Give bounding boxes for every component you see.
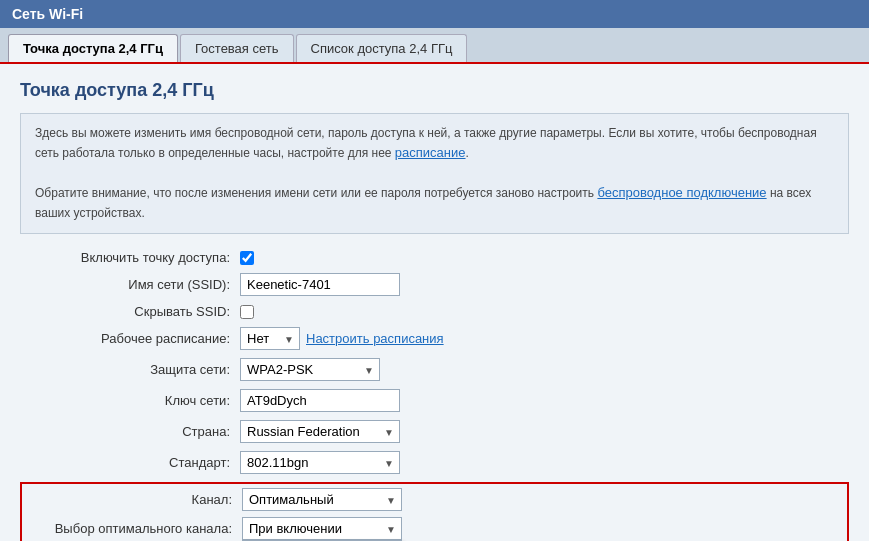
label-ssid: Имя сети (SSID):: [20, 277, 240, 292]
tab-guest[interactable]: Гостевая сеть: [180, 34, 294, 62]
checkbox-hide-ssid[interactable]: [240, 305, 254, 319]
control-ssid: [240, 273, 400, 296]
select-wrapper-standard: 802.11bgn 802.11bg 802.11n ▼: [240, 451, 400, 474]
label-channel: Канал:: [22, 492, 242, 507]
checkbox-enable[interactable]: [240, 251, 254, 265]
control-schedule: Нет ▼ Настроить расписания: [240, 327, 444, 350]
input-ssid[interactable]: [240, 273, 400, 296]
control-optimal-channel: При включении Каждые 6 часов Каждые 12 ч…: [242, 517, 402, 540]
info-box: Здесь вы можете изменить имя беспроводно…: [20, 113, 849, 234]
control-key: [240, 389, 400, 412]
field-standard: Стандарт: 802.11bgn 802.11bg 802.11n ▼: [20, 451, 849, 474]
label-key: Ключ сети:: [20, 393, 240, 408]
configure-schedule-link[interactable]: Настроить расписания: [306, 331, 444, 346]
field-enable: Включить точку доступа:: [20, 250, 849, 265]
schedule-link-1[interactable]: расписание: [395, 145, 466, 160]
tabs-bar: Точка доступа 2,4 ГГц Гостевая сеть Спис…: [0, 28, 869, 64]
label-enable: Включить точку доступа:: [20, 250, 240, 265]
field-ssid: Имя сети (SSID):: [20, 273, 849, 296]
tab-access-point[interactable]: Точка доступа 2,4 ГГц: [8, 34, 178, 62]
input-key[interactable]: [240, 389, 400, 412]
select-optimal-channel[interactable]: При включении Каждые 6 часов Каждые 12 ч…: [242, 517, 402, 540]
wireless-connection-link[interactable]: беспроводное подключение: [597, 185, 766, 200]
field-key: Ключ сети:: [20, 389, 849, 412]
form-table: Включить точку доступа: Имя сети (SSID):…: [20, 250, 849, 541]
control-channel: Оптимальный 1 6 11 ▼: [242, 488, 402, 511]
control-security: WPA2-PSK WPA-PSK None ▼: [240, 358, 380, 381]
select-wrapper-country: Russian Federation United States Germany…: [240, 420, 400, 443]
select-security[interactable]: WPA2-PSK WPA-PSK None: [240, 358, 380, 381]
control-standard: 802.11bgn 802.11bg 802.11n ▼: [240, 451, 400, 474]
select-schedule[interactable]: Нет: [240, 327, 300, 350]
field-security: Защита сети: WPA2-PSK WPA-PSK None ▼: [20, 358, 849, 381]
field-hide-ssid: Скрывать SSID:: [20, 304, 849, 319]
field-country: Страна: Russian Federation United States…: [20, 420, 849, 443]
control-enable: [240, 251, 254, 265]
field-channel: Канал: Оптимальный 1 6 11 ▼: [22, 488, 847, 511]
label-schedule: Рабочее расписание:: [20, 331, 240, 346]
field-optimal-channel: Выбор оптимального канала: При включении…: [22, 517, 847, 540]
label-security: Защита сети:: [20, 362, 240, 377]
label-country: Страна:: [20, 424, 240, 439]
select-wrapper-optimal: При включении Каждые 6 часов Каждые 12 ч…: [242, 517, 402, 540]
window: Сеть Wi-Fi Точка доступа 2,4 ГГц Гостева…: [0, 0, 869, 541]
select-country[interactable]: Russian Federation United States Germany: [240, 420, 400, 443]
tab-access-list[interactable]: Список доступа 2,4 ГГц: [296, 34, 468, 62]
control-hide-ssid: [240, 305, 254, 319]
info-text-1: Здесь вы можете изменить имя беспроводно…: [35, 124, 834, 164]
window-title: Сеть Wi-Fi: [12, 6, 83, 22]
info-text-2: Обратите внимание, что после изменения и…: [35, 183, 834, 223]
main-content: Точка доступа 2,4 ГГц Здесь вы можете из…: [0, 64, 869, 541]
field-schedule: Рабочее расписание: Нет ▼ Настроить расп…: [20, 327, 849, 350]
select-wrapper-channel: Оптимальный 1 6 11 ▼: [242, 488, 402, 511]
title-bar: Сеть Wi-Fi: [0, 0, 869, 28]
select-standard[interactable]: 802.11bgn 802.11bg 802.11n: [240, 451, 400, 474]
label-optimal-channel: Выбор оптимального канала:: [22, 521, 242, 536]
select-wrapper-schedule: Нет ▼: [240, 327, 300, 350]
label-standard: Стандарт:: [20, 455, 240, 470]
highlighted-channel-section: Канал: Оптимальный 1 6 11 ▼: [20, 482, 849, 541]
select-channel[interactable]: Оптимальный 1 6 11: [242, 488, 402, 511]
control-country: Russian Federation United States Germany…: [240, 420, 400, 443]
select-wrapper-security: WPA2-PSK WPA-PSK None ▼: [240, 358, 380, 381]
page-title: Точка доступа 2,4 ГГц: [20, 80, 849, 101]
label-hide-ssid: Скрывать SSID:: [20, 304, 240, 319]
